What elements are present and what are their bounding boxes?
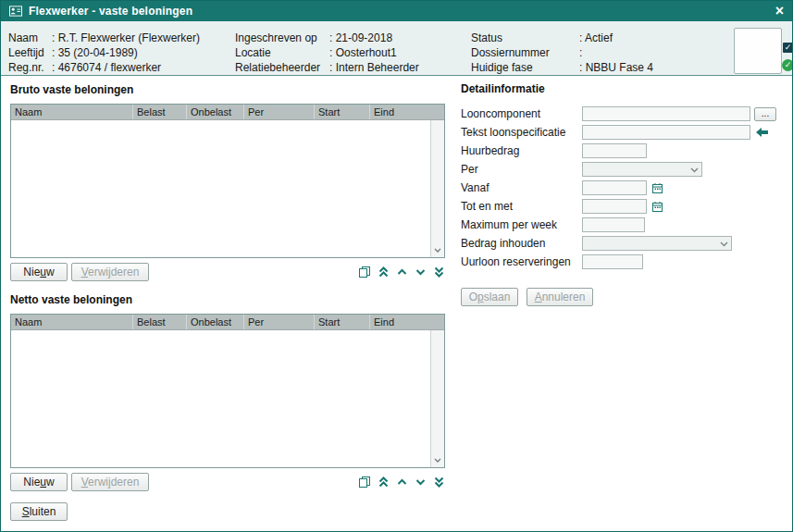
bruto-section-title: Bruto vaste beloningen: [10, 83, 133, 96]
netto-table-scrollbar[interactable]: [430, 330, 444, 467]
field-value-regnr: : 4676074 / flexwerker: [52, 60, 161, 75]
vanaf-input[interactable]: [582, 180, 647, 195]
header-col-status: Status: Actief Dossiernummer: Huidige fa…: [471, 31, 653, 75]
field-value-ingeschreven-op: : 21-09-2018: [329, 31, 392, 45]
chevron-up-icon[interactable]: [395, 476, 408, 489]
field-label-dossiernummer: Dossiernummer: [471, 45, 579, 60]
field-value-huidige-fase: : NBBU Fase 4: [579, 60, 653, 75]
column-header-onbelast: Onbelast: [187, 105, 244, 119]
field-value-naam: : R.T. Flexwerker (Flexwerker): [52, 31, 200, 45]
field-label-looncomponent: Looncomponent: [461, 107, 582, 120]
scrollbar-down-icon[interactable]: [431, 244, 444, 256]
chevron-double-up-icon[interactable]: [377, 476, 390, 489]
per-select[interactable]: [582, 162, 702, 177]
detail-row-uurloon-reserveringen: Uurloon reserveringen: [461, 253, 787, 271]
tekst-loonspecificatie-input[interactable]: [582, 125, 750, 140]
field-label-locatie: Locatie: [235, 45, 329, 60]
column-header-eind: Eind: [370, 105, 432, 119]
tot-en-met-input[interactable]: [582, 199, 647, 214]
header-col-registration: Ingeschreven op: 21-09-2018 Locatie: Oos…: [235, 31, 419, 75]
arrow-left-icon[interactable]: [755, 127, 769, 138]
column-header-per: Per: [244, 105, 315, 119]
detail-title: Detailinformatie: [461, 82, 787, 95]
detail-row-tot-en-met: Tot en met: [461, 197, 787, 216]
field-value-status: : Actief: [579, 31, 613, 45]
detail-row-maximum-per-week: Maximum per week: [461, 216, 787, 234]
field-label-bedrag-inhouden: Bedrag inhouden: [461, 237, 582, 250]
chevron-double-up-icon[interactable]: [377, 266, 390, 279]
field-value-dossiernummer: :: [579, 45, 582, 60]
detail-row-per: Per: [461, 160, 787, 179]
chevron-double-down-icon[interactable]: [432, 476, 445, 489]
header-info: Naam: R.T. Flexwerker (Flexwerker) Leeft…: [1, 21, 792, 76]
header-col-personal: Naam: R.T. Flexwerker (Flexwerker) Leeft…: [8, 31, 200, 75]
bruto-table: Naam Belast Onbelast Per Start Eind: [10, 104, 445, 258]
field-label-huidige-fase: Huidige fase: [471, 60, 579, 75]
field-label-ingeschreven-op: Ingeschreven op: [235, 31, 329, 45]
bruto-table-header: Naam Belast Onbelast Per Start Eind: [11, 105, 444, 120]
green-check-icon: ✓: [782, 59, 793, 71]
calendar-icon[interactable]: [651, 201, 663, 213]
chevron-down-icon[interactable]: [414, 266, 427, 279]
huurbedrag-input[interactable]: [582, 143, 647, 158]
titlebar: Flexwerker - vaste beloningen ×: [1, 1, 792, 21]
sluiten-button[interactable]: Sluiten: [10, 502, 68, 521]
netto-section-title: Netto vaste beloningen: [10, 293, 132, 306]
copy-icon[interactable]: [358, 476, 371, 489]
field-value-leeftijd: : 35 (20-04-1989): [52, 45, 138, 60]
bruto-table-body[interactable]: [11, 120, 430, 257]
field-value-locatie: : Oosterhout1: [329, 45, 397, 60]
field-value-relatiebeheerder: : Intern Beheerder: [329, 60, 419, 75]
uurloon-reserveringen-input[interactable]: [582, 254, 643, 269]
field-label-relatiebeheerder: Relatiebeheerder: [235, 60, 329, 75]
detail-row-vanaf: Vanaf: [461, 179, 787, 197]
chevron-double-down-icon[interactable]: [432, 266, 445, 279]
window-title: Flexwerker - vaste beloningen: [29, 5, 192, 18]
column-header-start: Start: [315, 315, 370, 329]
field-label-status: Status: [471, 31, 579, 45]
chevron-down-icon: [720, 237, 728, 250]
column-header-belast: Belast: [133, 105, 187, 119]
photo-placeholder: [734, 28, 782, 74]
bedrag-inhouden-select[interactable]: [582, 236, 732, 251]
looncomponent-input[interactable]: [582, 106, 750, 121]
detail-row-tekst-loonspecificatie: Tekst loonspecificatie: [461, 123, 787, 142]
field-label-maximum-per-week: Maximum per week: [461, 218, 582, 231]
checkbox-checked-icon[interactable]: ✓: [783, 43, 793, 53]
netto-table: Naam Belast Onbelast Per Start Eind: [10, 314, 445, 468]
copy-icon[interactable]: [358, 266, 371, 279]
chevron-up-icon[interactable]: [395, 266, 408, 279]
field-label-naam: Naam: [8, 31, 52, 45]
column-header-start: Start: [315, 105, 370, 119]
column-header-eind: Eind: [370, 315, 432, 329]
detail-row-huurbedrag: Huurbedrag: [461, 142, 787, 160]
detail-panel: Detailinformatie Looncomponent ... Tekst…: [461, 82, 787, 271]
dialog-flexwerker-vaste-beloningen: Flexwerker - vaste beloningen × Naam: R.…: [0, 0, 793, 532]
field-label-huurbedrag: Huurbedrag: [461, 144, 582, 157]
calendar-icon[interactable]: [651, 182, 663, 194]
looncomponent-browse-button[interactable]: ...: [754, 107, 776, 121]
field-label-per: Per: [461, 163, 582, 176]
chevron-down-icon[interactable]: [414, 476, 427, 489]
netto-toolbar: [10, 475, 445, 489]
field-label-vanaf: Vanaf: [461, 181, 582, 194]
close-icon[interactable]: ×: [775, 4, 784, 19]
bruto-table-scrollbar[interactable]: [430, 120, 444, 257]
column-header-naam: Naam: [11, 315, 133, 329]
maximum-per-week-input[interactable]: [582, 217, 645, 232]
netto-table-body[interactable]: [11, 330, 430, 467]
scrollbar-down-icon[interactable]: [431, 454, 444, 466]
netto-table-header: Naam Belast Onbelast Per Start Eind: [11, 315, 444, 330]
field-label-uurloon-reserveringen: Uurloon reserveringen: [461, 255, 582, 268]
column-header-naam: Naam: [11, 105, 133, 119]
detail-row-looncomponent: Looncomponent ...: [461, 105, 787, 123]
column-header-onbelast: Onbelast: [187, 315, 244, 329]
flexwerker-card-icon: [9, 5, 22, 19]
field-label-leeftijd: Leeftijd: [8, 45, 52, 60]
column-header-per: Per: [244, 315, 315, 329]
detail-row-bedrag-inhouden: Bedrag inhouden: [461, 234, 787, 253]
chevron-down-icon: [690, 163, 699, 176]
annuleren-button[interactable]: Annuleren: [527, 288, 593, 306]
field-label-tot-en-met: Tot en met: [461, 200, 582, 213]
opslaan-button[interactable]: Opslaan: [461, 288, 518, 306]
